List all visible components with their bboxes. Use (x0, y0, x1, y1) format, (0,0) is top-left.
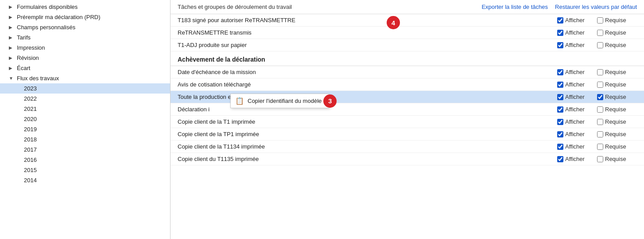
sec2-afficher-checkbox-7[interactable] (557, 156, 563, 162)
sec2-afficher-label-3[interactable]: Afficher (557, 106, 597, 113)
sec2-requise-checkbox-0[interactable] (597, 69, 603, 75)
sidebar-arrow-4 (9, 45, 15, 50)
sec2-afficher-label-1[interactable]: Afficher (557, 81, 597, 88)
sidebar-item-0[interactable]: Formulaires disponibles (0, 2, 170, 12)
sec2-afficher-checkbox-6[interactable] (557, 144, 563, 150)
requise-checkbox-0[interactable] (597, 17, 603, 24)
sidebar-item-5[interactable]: Révision (0, 53, 170, 63)
sidebar-arrow-3 (9, 35, 15, 40)
sec2-requise-label-5[interactable]: Requise (597, 131, 637, 137)
afficher-label-1[interactable]: Afficher (557, 29, 597, 36)
sidebar-item-10[interactable]: 2021 (0, 104, 170, 114)
context-menu-label[interactable]: Copier l'identifiant du modèle (248, 98, 322, 104)
sidebar-arrow-0 (9, 4, 15, 9)
sidebar-item-17[interactable]: 2014 (0, 175, 170, 185)
sidebar-item-label-4: Impression (17, 44, 45, 51)
sec2-requise-label-2[interactable]: Requise (597, 94, 637, 100)
requise-label-1[interactable]: Requise (597, 29, 637, 36)
main-content: Tâches et groupes de déroulement du trav… (171, 0, 644, 239)
top-task-label-2: T1-ADJ produite sur papier (178, 42, 557, 48)
sec2-requise-label-3[interactable]: Requise (597, 106, 637, 113)
section2-task-row-5: Copie client de la TP1 impriméeAfficherR… (171, 128, 644, 141)
sec2-afficher-checkbox-0[interactable] (557, 69, 563, 75)
sidebar-item-label-15: 2016 (24, 157, 37, 163)
top-task-row-1: ReTRANSMETTRE transmisAfficherRequise (171, 27, 644, 39)
sec2-requise-checkbox-5[interactable] (597, 131, 603, 137)
sec2-requise-checkbox-6[interactable] (597, 144, 603, 150)
section2-task-label-5: Copie client de la TP1 imprimée (178, 131, 557, 137)
sidebar-arrow-1 (9, 15, 15, 20)
requise-text-0: Requise (605, 17, 626, 24)
sec2-afficher-text-5: Afficher (565, 131, 585, 137)
context-menu[interactable]: 📋Copier l'identifiant du modèle3 (230, 94, 329, 108)
sec2-requise-label-7[interactable]: Requise (597, 156, 637, 162)
sec2-afficher-checkbox-2[interactable] (557, 94, 563, 100)
sec2-afficher-label-6[interactable]: Afficher (557, 143, 597, 150)
section2-task-row-7: Copie client du T1135 impriméeAfficherRe… (171, 153, 644, 165)
sec2-requise-label-0[interactable]: Requise (597, 69, 637, 75)
sidebar-item-label-6: Écart (17, 65, 30, 71)
sec2-requise-label-4[interactable]: Requise (597, 118, 637, 125)
sec2-afficher-checkbox-4[interactable] (557, 119, 563, 125)
sec2-requise-checkbox-3[interactable] (597, 106, 603, 113)
sec2-requise-checkbox-4[interactable] (597, 119, 603, 125)
requise-checkbox-1[interactable] (597, 30, 603, 36)
requise-label-2[interactable]: Requise (597, 42, 637, 48)
sec2-requise-checkbox-2[interactable] (597, 94, 603, 100)
section2-task-row-1: Avis de cotisation téléchargéAfficherReq… (171, 78, 644, 91)
afficher-text-0: Afficher (565, 17, 585, 24)
sec2-afficher-checkbox-5[interactable] (557, 131, 563, 137)
sidebar-arrow-5 (9, 55, 15, 60)
sec2-requise-checkbox-7[interactable] (597, 156, 603, 162)
sidebar-item-1[interactable]: Préremplir ma déclaration (PRD) (0, 12, 170, 22)
top-task-label-1: ReTRANSMETTRE transmis (178, 29, 557, 36)
afficher-checkbox-2[interactable] (557, 42, 563, 48)
section2-task-row-4: Copie client de la T1 impriméeAfficherRe… (171, 116, 644, 128)
afficher-label-0[interactable]: Afficher (557, 17, 597, 24)
afficher-checkbox-0[interactable] (557, 17, 563, 24)
sec2-requise-text-1: Requise (605, 81, 626, 88)
sec2-requise-checkbox-1[interactable] (597, 82, 603, 88)
sidebar-item-8[interactable]: 2023 (0, 83, 170, 94)
sidebar-item-11[interactable]: 2020 (0, 114, 170, 124)
sec2-afficher-checkbox-3[interactable] (557, 106, 563, 113)
sidebar-item-6[interactable]: Écart (0, 63, 170, 73)
sec2-requise-label-1[interactable]: Requise (597, 81, 637, 88)
sidebar-item-3[interactable]: Tarifs (0, 32, 170, 43)
sidebar-item-15[interactable]: 2016 (0, 155, 170, 165)
section2-task-row-6: Copie client de la T1134 impriméeAffiche… (171, 141, 644, 153)
sec2-afficher-label-7[interactable]: Afficher (557, 156, 597, 162)
sidebar-item-14[interactable]: 2017 (0, 145, 170, 155)
sec2-afficher-label-2[interactable]: Afficher (557, 94, 597, 100)
sidebar-arrow-6 (9, 66, 15, 71)
sidebar-item-16[interactable]: 2015 (0, 165, 170, 175)
section2-task-label-4: Copie client de la T1 imprimée (178, 118, 557, 125)
afficher-label-2[interactable]: Afficher (557, 42, 597, 48)
section2-task-label-0: Date d'échéance de la mission (178, 69, 557, 75)
sidebar-item-2[interactable]: Champs personnalisés (0, 22, 170, 32)
sidebar-item-label-5: Révision (17, 55, 39, 61)
main-header: Tâches et groupes de déroulement du trav… (171, 0, 644, 14)
export-link[interactable]: Exporter la liste de tâches (481, 4, 548, 10)
requise-label-0[interactable]: Requise (597, 17, 637, 24)
sec2-afficher-label-5[interactable]: Afficher (557, 131, 597, 137)
sidebar-item-label-12: 2019 (24, 126, 37, 133)
sec2-requise-text-4: Requise (605, 118, 626, 125)
sidebar-item-13[interactable]: 2018 (0, 134, 170, 145)
sec2-afficher-text-7: Afficher (565, 156, 585, 162)
context-menu-icon: 📋 (235, 97, 244, 105)
afficher-checkbox-1[interactable] (557, 30, 563, 36)
sec2-requise-label-6[interactable]: Requise (597, 143, 637, 150)
sidebar-item-9[interactable]: 2022 (0, 94, 170, 104)
sec2-afficher-label-0[interactable]: Afficher (557, 69, 597, 75)
restore-link[interactable]: Restaurer les valeurs par défaut (555, 4, 637, 10)
requise-checkbox-2[interactable] (597, 42, 603, 48)
sidebar-item-4[interactable]: Impression (0, 43, 170, 53)
sidebar-item-7[interactable]: Flux des travaux (0, 73, 170, 83)
section2-task-label-6: Copie client de la T1134 imprimée (178, 143, 557, 150)
sidebar-arrow-7 (9, 76, 15, 81)
sidebar-item-12[interactable]: 2019 (0, 124, 170, 134)
sec2-requise-text-0: Requise (605, 69, 626, 75)
sec2-afficher-checkbox-1[interactable] (557, 82, 563, 88)
sec2-afficher-label-4[interactable]: Afficher (557, 118, 597, 125)
